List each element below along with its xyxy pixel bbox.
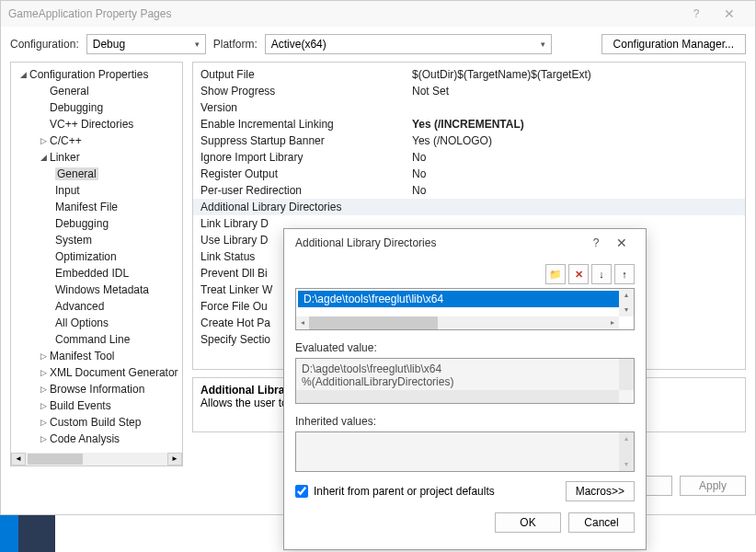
scroll-right-icon[interactable]: ▸ bbox=[606, 316, 619, 329]
tree-item-linker-advanced[interactable]: Advanced bbox=[11, 298, 182, 315]
scroll-up-icon[interactable]: ▴ bbox=[619, 432, 634, 445]
new-folder-icon[interactable]: 📁 bbox=[545, 264, 566, 284]
list-entry-selected[interactable]: D:\agde\tools\freeglut\lib\x64 bbox=[298, 291, 619, 307]
tree-view[interactable]: ◢ Configuration Properties ▸General ▸Deb… bbox=[10, 62, 183, 466]
tree-h-scrollbar[interactable]: ◄ ► bbox=[11, 453, 182, 466]
tree-item-linker-command-line[interactable]: Command Line bbox=[11, 331, 182, 348]
triangle-right-icon[interactable]: ▷ bbox=[37, 401, 50, 410]
grid-row[interactable]: Register OutputNo bbox=[193, 166, 745, 182]
move-down-icon[interactable]: ↓ bbox=[591, 264, 612, 284]
close-icon[interactable]: ✕ bbox=[609, 236, 635, 250]
tree-item-vcdirs[interactable]: ▸VC++ Directories bbox=[11, 116, 182, 132]
close-icon[interactable]: ✕ bbox=[711, 6, 748, 21]
triangle-right-icon[interactable]: ▷ bbox=[37, 385, 50, 394]
delete-icon[interactable]: ✕ bbox=[568, 264, 589, 284]
inherit-check-text: Inherit from parent or project defaults bbox=[314, 485, 495, 498]
evaluated-box: D:\agde\tools\freeglut\lib\x64 %(Additio… bbox=[295, 358, 635, 404]
inherit-checkbox-label[interactable]: Inherit from parent or project defaults bbox=[295, 485, 495, 498]
tree-item-debugging[interactable]: ▸Debugging bbox=[11, 99, 182, 116]
tree-item-code-analysis[interactable]: ▷Code Analysis bbox=[11, 431, 182, 447]
eval-line: %(AdditionalLibraryDirectories) bbox=[302, 375, 628, 388]
inherited-label: Inherited values: bbox=[295, 415, 635, 428]
scroll-left-icon[interactable]: ◄ bbox=[11, 453, 26, 466]
window-title: GameApplication Property Pages bbox=[8, 7, 682, 20]
grid-row[interactable]: Show ProgressNot Set bbox=[193, 83, 745, 99]
config-label: Configuration: bbox=[10, 38, 79, 51]
platform-select[interactable]: Active(x64) ▾ bbox=[265, 34, 552, 54]
scroll-right-icon[interactable]: ► bbox=[167, 453, 182, 466]
chevron-down-icon: ▾ bbox=[195, 40, 200, 49]
directories-list[interactable]: D:\agde\tools\freeglut\lib\x64 ▴ ▾ ◂ ▸ bbox=[295, 288, 635, 330]
taskbar-fragment bbox=[0, 515, 55, 552]
grid-row[interactable]: Version bbox=[193, 99, 745, 116]
config-value: Debug bbox=[93, 38, 125, 51]
tree-item-linker-general[interactable]: General bbox=[11, 166, 182, 182]
triangle-down-icon[interactable]: ◢ bbox=[17, 70, 29, 79]
scroll-left-icon[interactable]: ◂ bbox=[296, 316, 309, 329]
tree-item-custom-build[interactable]: ▷Custom Build Step bbox=[11, 414, 182, 431]
configuration-select[interactable]: Debug ▾ bbox=[86, 34, 206, 54]
grid-row[interactable]: Suppress Startup BannerYes (/NOLOGO) bbox=[193, 132, 745, 149]
triangle-right-icon[interactable]: ▷ bbox=[37, 351, 50, 361]
macros-button[interactable]: Macros>> bbox=[566, 481, 635, 501]
triangle-right-icon[interactable]: ▷ bbox=[37, 368, 50, 377]
dialog-toolbar: 📁 ✕ ↓ ↑ bbox=[295, 264, 635, 284]
tree-item-xml-doc[interactable]: ▷XML Document Generator bbox=[11, 364, 182, 381]
scroll-down-icon[interactable]: ▾ bbox=[619, 458, 634, 471]
tree-item-linker-windows-metadata[interactable]: Windows Metadata bbox=[11, 282, 182, 298]
scroll-up-icon[interactable]: ▴ bbox=[619, 289, 634, 302]
dialog-footer: OK Cancel bbox=[295, 512, 635, 533]
chevron-down-icon: ▾ bbox=[541, 40, 545, 49]
tree-item-linker-debugging[interactable]: Debugging bbox=[11, 215, 182, 232]
dialog-title: Additional Library Directories bbox=[295, 236, 583, 249]
scroll-down-icon[interactable]: ▾ bbox=[619, 304, 634, 316]
move-up-icon[interactable]: ↑ bbox=[614, 264, 635, 284]
inherited-box: ▴ ▾ bbox=[295, 431, 635, 472]
toolbar: Configuration: Debug ▾ Platform: Active(… bbox=[1, 27, 755, 62]
tree-item-general[interactable]: ▸General bbox=[11, 83, 182, 99]
scroll-thumb[interactable] bbox=[309, 316, 438, 329]
triangle-right-icon[interactable]: ▷ bbox=[37, 418, 50, 427]
tree-item-linker-optimization[interactable]: Optimization bbox=[11, 248, 182, 265]
platform-value: Active(x64) bbox=[271, 38, 326, 51]
grid-row[interactable]: Output File$(OutDir)$(TargetName)$(Targe… bbox=[193, 66, 745, 83]
grid-row-selected[interactable]: Additional Library Directories bbox=[193, 199, 745, 215]
h-scrollbar[interactable] bbox=[296, 390, 619, 403]
tree-root[interactable]: ◢ Configuration Properties bbox=[11, 66, 182, 83]
tree-item-build-events[interactable]: ▷Build Events bbox=[11, 397, 182, 414]
inherit-checkbox[interactable] bbox=[295, 485, 308, 498]
grid-row[interactable]: Per-user RedirectionNo bbox=[193, 182, 745, 199]
v-scrollbar[interactable]: ▴ ▾ bbox=[619, 289, 634, 316]
v-scrollbar[interactable]: ▴ ▾ bbox=[619, 432, 634, 471]
cancel-button[interactable]: Cancel bbox=[568, 512, 635, 533]
tree-item-linker-input[interactable]: Input bbox=[11, 182, 182, 199]
help-icon[interactable]: ? bbox=[682, 7, 711, 20]
v-scrollbar[interactable] bbox=[619, 359, 634, 390]
h-scrollbar[interactable]: ◂ ▸ bbox=[296, 316, 619, 329]
tree-item-ccpp[interactable]: ▷C/C++ bbox=[11, 132, 182, 149]
triangle-right-icon[interactable]: ▷ bbox=[37, 434, 50, 443]
tree-item-linker[interactable]: ◢Linker bbox=[11, 149, 182, 166]
tree-item-manifest-tool[interactable]: ▷Manifest Tool bbox=[11, 348, 182, 364]
grid-row[interactable]: Enable Incremental LinkingYes (/INCREMEN… bbox=[193, 116, 745, 132]
platform-label: Platform: bbox=[213, 38, 258, 51]
scroll-thumb[interactable] bbox=[28, 454, 83, 465]
dialog-footer-row: Inherit from parent or project defaults … bbox=[295, 481, 635, 501]
tree-item-browse-info[interactable]: ▷Browse Information bbox=[11, 381, 182, 397]
dialog-body: 📁 ✕ ↓ ↑ D:\agde\tools\freeglut\lib\x64 ▴… bbox=[284, 257, 646, 540]
apply-button[interactable]: Apply bbox=[680, 476, 746, 496]
tree-item-linker-all-options[interactable]: All Options bbox=[11, 315, 182, 331]
additional-library-dirs-dialog: Additional Library Directories ? ✕ 📁 ✕ ↓… bbox=[283, 228, 647, 550]
tree-item-linker-embedded-idl[interactable]: Embedded IDL bbox=[11, 265, 182, 282]
tree-item-linker-system[interactable]: System bbox=[11, 232, 182, 248]
titlebar: GameApplication Property Pages ? ✕ bbox=[1, 1, 755, 27]
triangle-down-icon[interactable]: ◢ bbox=[37, 153, 50, 162]
config-manager-button[interactable]: Configuration Manager... bbox=[601, 34, 746, 54]
help-icon[interactable]: ? bbox=[583, 236, 609, 249]
dialog-titlebar: Additional Library Directories ? ✕ bbox=[284, 229, 646, 257]
grid-row[interactable]: Ignore Import LibraryNo bbox=[193, 149, 745, 166]
tree-item-linker-manifest[interactable]: Manifest File bbox=[11, 199, 182, 215]
ok-button[interactable]: OK bbox=[495, 512, 561, 533]
triangle-right-icon[interactable]: ▷ bbox=[37, 136, 50, 145]
taskbar-stripe bbox=[0, 515, 18, 552]
